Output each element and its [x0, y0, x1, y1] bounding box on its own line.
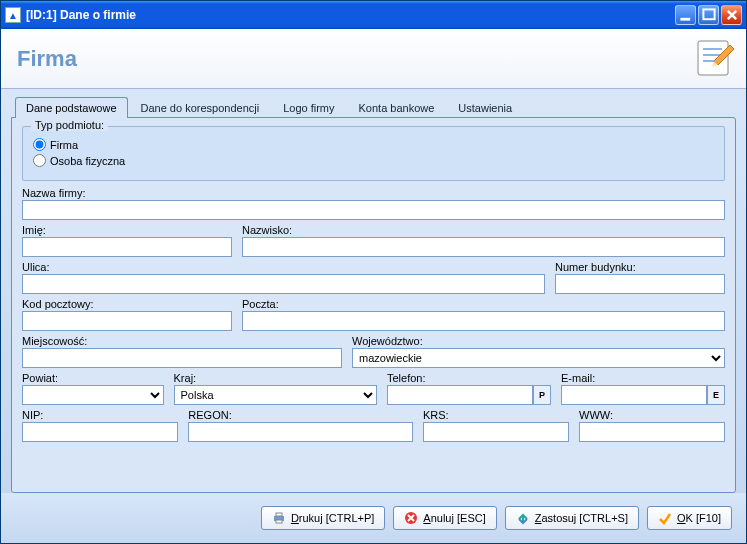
group-legend: Typ podmiotu: — [31, 119, 108, 131]
input-telefon[interactable] — [387, 385, 533, 405]
label-kod-pocztowy: Kod pocztowy: — [22, 298, 232, 310]
svg-rect-1 — [703, 9, 714, 19]
input-kod-pocztowy[interactable] — [22, 311, 232, 331]
ok-button[interactable]: OK [F10] — [647, 506, 732, 530]
apply-label: Zastosuj [CTRL+S] — [535, 512, 628, 524]
maximize-button[interactable] — [698, 5, 719, 25]
svg-rect-8 — [276, 520, 282, 523]
radio-firma-label: Firma — [50, 139, 78, 151]
titlebar: ▲ [ID:1] Dane o firmie — [1, 1, 746, 29]
minimize-button[interactable] — [675, 5, 696, 25]
label-regon: REGON: — [188, 409, 413, 421]
label-nazwa-firmy: Nazwa firmy: — [22, 187, 725, 199]
tab-logo-firmy[interactable]: Logo firmy — [272, 97, 345, 118]
label-ulica: Ulica: — [22, 261, 545, 273]
print-label: Drukuj [CTRL+P] — [291, 512, 374, 524]
label-powiat: Powiat: — [22, 372, 164, 384]
input-nip[interactable] — [22, 422, 178, 442]
label-nip: NIP: — [22, 409, 178, 421]
ok-label: OK [F10] — [677, 512, 721, 524]
tab-dane-do-korespondencji[interactable]: Dane do korespondencji — [130, 97, 271, 118]
tab-konta-bankowe[interactable]: Konta bankowe — [348, 97, 446, 118]
radio-firma[interactable] — [33, 138, 46, 151]
label-numer-budynku: Numer budynku: — [555, 261, 725, 273]
tab-strip: Dane podstawowe Dane do korespondencji L… — [15, 97, 736, 118]
input-imie[interactable] — [22, 237, 232, 257]
tab-ustawienia[interactable]: Ustawienia — [447, 97, 523, 118]
input-numer-budynku[interactable] — [555, 274, 725, 294]
page-title: Firma — [17, 46, 77, 72]
app-window: ▲ [ID:1] Dane o firmie Firma — [0, 0, 747, 544]
content: Dane podstawowe Dane do korespondencji L… — [1, 89, 746, 493]
app-icon: ▲ — [5, 7, 21, 23]
radio-osoba[interactable] — [33, 154, 46, 167]
button-bar: Drukuj [CTRL+P] Anuluj [ESC] Zastosuj [C… — [1, 493, 746, 543]
input-www[interactable] — [579, 422, 725, 442]
input-krs[interactable] — [423, 422, 569, 442]
label-telefon: Telefon: — [387, 372, 551, 384]
select-powiat[interactable] — [22, 385, 164, 405]
label-nazwisko: Nazwisko: — [242, 224, 725, 236]
phone-picker-button[interactable]: P — [533, 385, 551, 405]
label-email: E-mail: — [561, 372, 725, 384]
email-picker-button[interactable]: E — [707, 385, 725, 405]
label-wojewodztwo: Województwo: — [352, 335, 725, 347]
window-title: [ID:1] Dane o firmie — [26, 8, 675, 22]
cancel-button[interactable]: Anuluj [ESC] — [393, 506, 496, 530]
label-poczta: Poczta: — [242, 298, 725, 310]
input-miejscowosc[interactable] — [22, 348, 342, 368]
tab-panel: Typ podmiotu: Firma Osoba fizyczna Nazwa… — [11, 117, 736, 493]
label-krs: KRS: — [423, 409, 569, 421]
select-kraj[interactable]: Polska — [174, 385, 377, 405]
apply-icon — [516, 511, 530, 525]
ok-icon — [658, 511, 672, 525]
label-www: WWW: — [579, 409, 725, 421]
input-regon[interactable] — [188, 422, 413, 442]
typ-podmiotu-group: Typ podmiotu: Firma Osoba fizyczna — [22, 126, 725, 181]
svg-rect-0 — [680, 18, 690, 21]
input-ulica[interactable] — [22, 274, 545, 294]
label-miejscowosc: Miejscowość: — [22, 335, 342, 347]
printer-icon — [272, 511, 286, 525]
select-wojewodztwo[interactable]: mazowieckie — [352, 348, 725, 368]
tab-dane-podstawowe[interactable]: Dane podstawowe — [15, 97, 128, 118]
close-button[interactable] — [721, 5, 742, 25]
input-email[interactable] — [561, 385, 707, 405]
input-nazwa-firmy[interactable] — [22, 200, 725, 220]
header: Firma — [1, 29, 746, 89]
notepad-edit-icon — [694, 37, 736, 79]
input-poczta[interactable] — [242, 311, 725, 331]
input-nazwisko[interactable] — [242, 237, 725, 257]
radio-osoba-label: Osoba fizyczna — [50, 155, 125, 167]
cancel-icon — [404, 511, 418, 525]
label-kraj: Kraj: — [174, 372, 377, 384]
cancel-label: Anuluj [ESC] — [423, 512, 485, 524]
apply-button[interactable]: Zastosuj [CTRL+S] — [505, 506, 639, 530]
svg-rect-7 — [276, 513, 282, 516]
label-imie: Imię: — [22, 224, 232, 236]
print-button[interactable]: Drukuj [CTRL+P] — [261, 506, 385, 530]
